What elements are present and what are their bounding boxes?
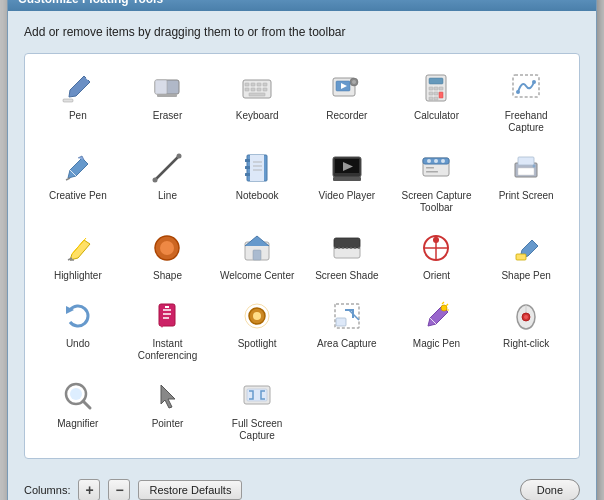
undo-label: Undo xyxy=(66,338,90,350)
tool-magic-pen[interactable]: Magic Pen xyxy=(394,292,480,368)
tool-pen[interactable]: Pen xyxy=(35,64,121,140)
tool-shape[interactable]: Shape xyxy=(125,224,211,288)
svg-rect-8 xyxy=(263,83,267,86)
svg-rect-27 xyxy=(429,97,433,100)
tool-area-capture[interactable]: Area Capture xyxy=(304,292,390,368)
svg-rect-61 xyxy=(253,250,261,260)
tool-shape-pen[interactable]: Shape Pen xyxy=(483,224,569,288)
columns-label: Columns: xyxy=(24,484,70,496)
tool-welcome-center[interactable]: Welcome Center xyxy=(214,224,300,288)
svg-point-16 xyxy=(352,80,356,84)
svg-rect-5 xyxy=(245,83,249,86)
full-screen-capture-icon xyxy=(239,378,275,414)
tool-full-screen-capture[interactable]: Full Screen Capture xyxy=(214,372,300,448)
undo-icon xyxy=(60,298,96,334)
right-click-icon xyxy=(508,298,544,334)
left-controls: Columns: + − Restore Defaults xyxy=(24,479,242,500)
dialog-title-bar: Customize Floating Tools xyxy=(8,0,596,11)
video-player-icon xyxy=(329,150,365,186)
svg-rect-11 xyxy=(257,88,261,91)
shape-pen-icon xyxy=(508,230,544,266)
svg-rect-0 xyxy=(63,99,73,102)
shape-label: Shape xyxy=(153,270,182,282)
keyboard-icon xyxy=(239,70,275,106)
svg-point-59 xyxy=(160,241,174,255)
magnifier-label: Magnifier xyxy=(57,418,98,430)
tool-pointer[interactable]: Pointer xyxy=(125,372,211,448)
tool-calculator[interactable]: Calculator xyxy=(394,64,480,140)
svg-point-51 xyxy=(441,159,445,163)
svg-rect-63 xyxy=(334,238,360,248)
tool-orient[interactable]: Orient xyxy=(394,224,480,288)
tool-keyboard[interactable]: Keyboard xyxy=(214,64,300,140)
svg-point-31 xyxy=(532,80,536,84)
tool-spotlight[interactable]: Spotlight xyxy=(214,292,300,368)
eraser-label: Eraser xyxy=(153,110,182,122)
done-button[interactable]: Done xyxy=(520,479,580,500)
shape-pen-label: Shape Pen xyxy=(501,270,551,282)
svg-rect-22 xyxy=(434,87,438,90)
magic-pen-icon xyxy=(418,298,454,334)
tools-grid: Pen Eraser Keyboard xyxy=(35,64,569,448)
svg-rect-21 xyxy=(429,87,433,90)
tool-notebook[interactable]: Notebook xyxy=(214,144,300,220)
tool-freehand-capture[interactable]: Freehand Capture xyxy=(483,64,569,140)
dialog-title: Customize Floating Tools xyxy=(18,0,163,6)
svg-rect-37 xyxy=(245,159,250,162)
tool-right-click[interactable]: Right-click xyxy=(483,292,569,368)
svg-rect-12 xyxy=(263,88,267,91)
tool-print-screen[interactable]: Print Screen xyxy=(483,144,569,220)
tool-creative-pen[interactable]: Creative Pen xyxy=(35,144,121,220)
tool-instant-conferencing[interactable]: Instant Conferencing xyxy=(125,292,211,368)
line-icon xyxy=(149,150,185,186)
svg-rect-46 xyxy=(333,177,361,181)
svg-point-34 xyxy=(177,154,182,159)
magnifier-icon xyxy=(60,378,96,414)
svg-rect-3 xyxy=(157,94,177,97)
svg-rect-23 xyxy=(439,87,443,90)
svg-point-49 xyxy=(427,159,431,163)
instant-conferencing-icon xyxy=(149,298,185,334)
shape-icon xyxy=(149,230,185,266)
instructions-text: Add or remove items by dragging them to … xyxy=(24,25,580,39)
creative-pen-label: Creative Pen xyxy=(49,190,107,202)
tool-eraser[interactable]: Eraser xyxy=(125,64,211,140)
orient-icon xyxy=(418,230,454,266)
dialog-content: Add or remove items by dragging them to … xyxy=(8,11,596,469)
customize-floating-tools-dialog: Customize Floating Tools Add or remove i… xyxy=(7,0,597,500)
svg-point-83 xyxy=(70,388,82,400)
spotlight-icon xyxy=(239,298,275,334)
keyboard-label: Keyboard xyxy=(236,110,279,122)
svg-rect-10 xyxy=(251,88,255,91)
full-screen-capture-label: Full Screen Capture xyxy=(218,418,296,442)
line-label: Line xyxy=(158,190,177,202)
tool-video-player[interactable]: Video Player xyxy=(304,144,390,220)
svg-rect-9 xyxy=(245,88,249,91)
recorder-label: Recorder xyxy=(326,110,367,122)
magic-pen-label: Magic Pen xyxy=(413,338,460,350)
video-player-label: Video Player xyxy=(319,190,376,202)
tool-magnifier[interactable]: Magnifier xyxy=(35,372,121,448)
tool-undo[interactable]: Undo xyxy=(35,292,121,368)
creative-pen-icon xyxy=(60,150,96,186)
svg-rect-69 xyxy=(516,254,526,260)
svg-rect-28 xyxy=(434,97,438,100)
tool-screen-shade[interactable]: Screen Shade xyxy=(304,224,390,288)
tool-highlighter[interactable]: Highlighter xyxy=(35,224,121,288)
svg-line-32 xyxy=(155,156,179,180)
svg-point-50 xyxy=(434,159,438,163)
svg-point-75 xyxy=(253,312,261,320)
eraser-icon xyxy=(149,70,185,106)
svg-rect-6 xyxy=(251,83,255,86)
svg-rect-7 xyxy=(257,83,261,86)
columns-increase-button[interactable]: + xyxy=(78,479,100,500)
tool-recorder[interactable]: Recorder xyxy=(304,64,390,140)
columns-decrease-button[interactable]: − xyxy=(108,479,130,500)
restore-defaults-button[interactable]: Restore Defaults xyxy=(138,480,242,500)
tool-screen-capture-toolbar[interactable]: Screen Capture Toolbar xyxy=(394,144,480,220)
svg-rect-26 xyxy=(439,92,443,98)
tool-line[interactable]: Line xyxy=(125,144,211,220)
svg-point-81 xyxy=(524,315,528,319)
svg-rect-13 xyxy=(249,93,265,96)
print-screen-icon xyxy=(508,150,544,186)
